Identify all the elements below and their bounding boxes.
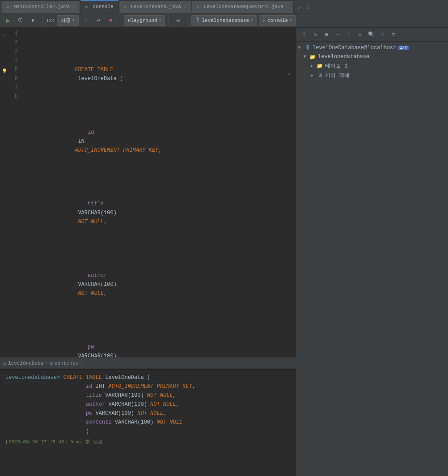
console-line-pw: pw VARCHAR(100) NOT NULL, — [5, 409, 291, 418]
tab-overflow-btn[interactable]: ⌄ — [294, 3, 303, 10]
col-id: id — [88, 129, 94, 136]
right-check-icon: ✓ — [288, 70, 291, 79]
right-panel: + ✎ ⊞ — ↑ ✕ 🔍 ≡ ▽ ▼ 🗄 levelOneDatabase@l… — [296, 28, 448, 476]
console-col-id: id — [86, 383, 92, 390]
console-line-id: id INT AUTO_INCREMENT PRIMARY KEY, — [5, 382, 291, 391]
playground-dropdown[interactable]: Playground ▼ — [124, 15, 165, 26]
console-create-kw: CREATE TABLE — [63, 374, 102, 381]
table-btn[interactable]: ⊞ — [321, 30, 331, 39]
col-pw: pw — [88, 344, 94, 350]
tree-item-tables[interactable]: ▶ 📁 테이블 1 — [296, 61, 448, 71]
console-col-contents: contents — [86, 419, 112, 425]
comma: , — [173, 392, 176, 399]
breadcrumb-col[interactable]: contents — [55, 361, 78, 366]
add-btn[interactable]: + — [299, 30, 309, 39]
console-constraint-auto: AUTO_INCREMENT PRIMARY KEY — [108, 383, 192, 390]
table-view-button[interactable]: ⊞ — [173, 15, 183, 26]
right-panel-toolbar: + ✎ ⊞ — ↑ ✕ 🔍 ≡ ▽ — [296, 28, 448, 42]
code-line-5: pw VARCHAR(100) NOT NULL, — [23, 334, 294, 357]
minus-btn[interactable]: — — [333, 30, 342, 39]
undo-button[interactable]: ↩ — [93, 15, 104, 26]
comma: , — [163, 410, 166, 416]
console-type-varchar: VARCHAR(100) — [96, 410, 134, 416]
comma: , — [176, 401, 179, 408]
dropdown-arrow-icon: ▼ — [251, 18, 253, 22]
db-icon: 🗄 — [195, 17, 200, 23]
tx-label: Tx: — [46, 18, 55, 23]
tab-levelonedatarequest[interactable]: ☕ LevelOneDataRequestDto.java ✕ — [192, 0, 294, 13]
dropdown-arrow-icon: ▼ — [72, 18, 75, 22]
gutter-empty-2 — [0, 40, 9, 49]
breadcrumb-table-icon: ⊞ — [4, 361, 6, 366]
tab-maincontroller[interactable]: ☕ MainController.java ✕ — [2, 0, 80, 13]
console-content[interactable]: levelonedatabase> CREATE TABLE levelOneD… — [0, 370, 296, 476]
tree-item-server[interactable]: ▶ 🖥 서버 객체 — [296, 71, 448, 80]
code-line-1: CREATE TABLE levelOneData ( ✓ — [23, 56, 294, 92]
code-content: CREATE TABLE levelOneData ( ✓ id INT AUT… — [21, 30, 296, 357]
check-button[interactable]: ✓ — [80, 15, 91, 26]
auto-dropdown[interactable]: 자동 ▼ — [57, 15, 79, 26]
tab-more-btn[interactable]: ⋮ — [303, 3, 313, 10]
tree-item-db[interactable]: ▼ 📁 levelonedatabase — [296, 52, 448, 61]
breadcrumb-table[interactable]: levelOneData — [8, 361, 43, 366]
tab-label: MainController.java — [14, 4, 70, 9]
dropdown-arrow-icon: ▼ — [159, 18, 161, 22]
tree-root-label: levelOneDatabase@localhost — [313, 45, 396, 51]
console-col-pw: pw — [86, 410, 92, 416]
refresh-btn[interactable]: 🔍 — [366, 30, 376, 39]
tab-levelonedata[interactable]: ☕ LevelOneData.java ✕ — [119, 0, 191, 13]
type-varchar: VARCHAR(100) — [78, 281, 116, 288]
tab-console[interactable]: ▶ console — [80, 0, 118, 13]
edit-btn[interactable]: ✎ — [310, 30, 320, 39]
close-icon[interactable]: ✕ — [184, 4, 186, 9]
line-gutter: ✓ 💡 1 2 3 — [0, 30, 21, 357]
tree-item-root[interactable]: ▼ 🗄 levelOneDatabase@localhost 1/7 — [296, 43, 448, 52]
close-btn[interactable]: ✕ — [355, 30, 365, 39]
tree-arrow-icon: ▼ — [304, 55, 309, 59]
profile-button[interactable]: P — [28, 15, 38, 26]
console-type-int: INT — [96, 383, 109, 390]
console-notnull: NOT NULL — [150, 401, 176, 408]
close-icon[interactable]: ✕ — [286, 4, 289, 9]
code-text: title VARCHAR(100) NOT NULL, — [23, 191, 117, 235]
console-line-contents: contents VARCHAR(100) NOT NULL — [5, 418, 291, 427]
console-area: levelonedatabase> CREATE TABLE levelOneD… — [0, 369, 296, 476]
stop-button[interactable]: ■ — [106, 15, 116, 26]
gutter-empty-4 — [0, 58, 9, 67]
db-label: levelonedatabase — [202, 18, 249, 23]
menu-btn[interactable]: ≡ — [377, 30, 387, 39]
col-title: title — [88, 201, 104, 207]
up-btn[interactable]: ↑ — [344, 30, 354, 39]
comma: , — [104, 290, 107, 297]
type-int: INT — [75, 138, 91, 144]
console-sql-block: levelonedatabase> CREATE TABLE levelOneD… — [5, 373, 291, 382]
not-null: NOT NULL — [78, 219, 104, 225]
code-line-3: title VARCHAR(100) NOT NULL, — [23, 191, 294, 235]
filter-btn[interactable]: ▽ — [389, 30, 398, 39]
console-label: console — [267, 18, 288, 23]
comma: , — [192, 383, 195, 390]
console-col-author: author — [86, 401, 105, 408]
console-type-varchar: VARCHAR(100) — [115, 419, 153, 425]
console-notnull: NOT NULL — [156, 419, 182, 425]
console-type-varchar: VARCHAR(100) — [105, 392, 144, 399]
console-dbname: levelonedatabase> — [5, 374, 60, 381]
breadcrumb-sep-icon: › — [45, 361, 48, 366]
comma: , — [158, 147, 161, 153]
gutter-icons: ✓ 💡 — [0, 30, 9, 357]
editor[interactable]: ✓ 💡 1 2 3 — [0, 28, 296, 357]
db-dropdown[interactable]: 🗄 levelonedatabase ▼ — [191, 15, 257, 26]
code-area: ✓ 💡 1 2 3 — [0, 28, 296, 357]
editor-pane: ✓ 💡 1 2 3 — [0, 28, 296, 476]
tab-bar: ☕ MainController.java ✕ ▶ console ☕ Leve… — [0, 0, 448, 13]
console-tablename: levelOneData ( — [105, 374, 150, 381]
java-icon: ☕ — [124, 4, 129, 9]
type-varchar: VARCHAR(100) — [78, 353, 116, 357]
run-button[interactable]: ▶ — [3, 15, 13, 26]
gutter-empty-8 — [0, 94, 9, 103]
close-icon[interactable]: ✕ — [72, 4, 75, 9]
code-text: pw VARCHAR(100) NOT NULL, — [23, 334, 117, 357]
code-text: author VARCHAR(100) NOT NULL, — [23, 262, 117, 307]
console-dropdown[interactable]: ▶ console ▼ — [259, 15, 296, 26]
clock-button[interactable]: ⏱ — [15, 15, 26, 26]
